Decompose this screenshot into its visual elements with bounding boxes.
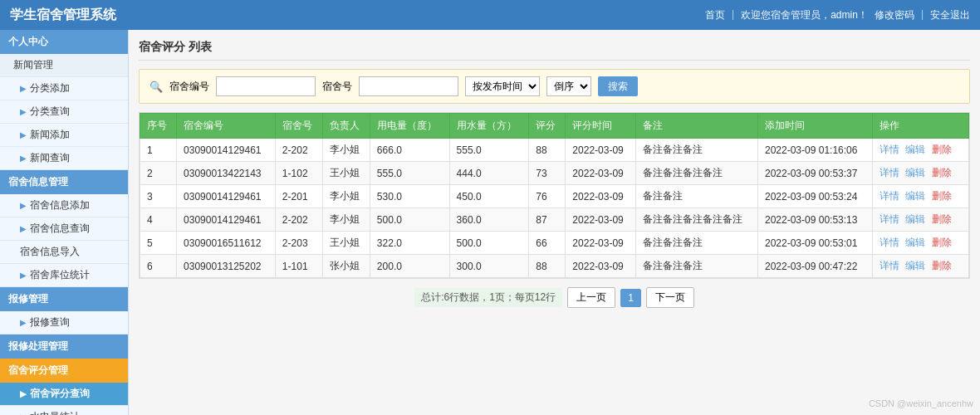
- table-row: 1 03090014129461 2-202 李小姐 666.0 555.0 8…: [140, 139, 969, 162]
- sidebar-news-mgmt[interactable]: 新闻管理: [0, 54, 128, 77]
- cell-score-time: 2022-03-09: [566, 139, 635, 162]
- sidebar-dorm-stat[interactable]: ▶ 宿舍库位统计: [0, 264, 128, 287]
- pagination-info: 总计:6行数据，1页；每页12行: [414, 288, 562, 307]
- next-page-button[interactable]: 下一页: [646, 287, 694, 308]
- edit-link[interactable]: 编辑: [905, 167, 925, 178]
- prev-page-button[interactable]: 上一页: [567, 287, 615, 308]
- order-select[interactable]: 倒序 正序: [546, 76, 591, 96]
- sidebar-news-query[interactable]: ▶ 新闻查询: [0, 147, 128, 170]
- search-bar: 🔍 宿舍编号 宿舍号 按发布时间 按评分 按用电量 倒序 正序 搜索: [139, 69, 970, 104]
- edit-link[interactable]: 编辑: [905, 190, 925, 202]
- detail-link[interactable]: 详情: [880, 167, 899, 178]
- current-page[interactable]: 1: [620, 289, 641, 307]
- sidebar-dorm-import[interactable]: 宿舍信息导入: [0, 241, 128, 264]
- sidebar-category-query[interactable]: ▶ 分类查询: [0, 100, 128, 124]
- table-row: 6 03090013125202 1-101 张小姐 200.0 300.0 8…: [140, 255, 969, 278]
- delete-link[interactable]: 删除: [932, 213, 952, 225]
- cell-id: 3: [140, 185, 177, 208]
- sidebar-repair-query[interactable]: ▶ 报修查询: [0, 311, 128, 334]
- col-score-time: 评分时间: [566, 114, 635, 139]
- edit-link[interactable]: 编辑: [905, 260, 925, 271]
- search-icon: 🔍: [149, 81, 163, 93]
- cell-dorm-code: 03090013422143: [177, 162, 276, 185]
- cell-id: 1: [140, 139, 177, 162]
- delete-link[interactable]: 删除: [932, 237, 952, 248]
- col-id: 序号: [140, 114, 177, 139]
- search-dorm-no-input[interactable]: [359, 76, 458, 96]
- edit-link[interactable]: 编辑: [905, 213, 925, 225]
- detail-link[interactable]: 详情: [880, 213, 899, 225]
- cell-ops: 详情 编辑 删除: [873, 208, 969, 232]
- cell-electric: 500.0: [370, 208, 449, 232]
- detail-link[interactable]: 详情: [880, 260, 899, 271]
- cell-dorm-no: 2-201: [275, 185, 322, 208]
- change-pwd-link[interactable]: 修改密码: [875, 8, 914, 22]
- cell-dorm-code: 03090014129461: [177, 208, 276, 232]
- cell-dorm-no: 2-203: [275, 232, 322, 255]
- cell-electric: 200.0: [370, 255, 449, 278]
- delete-link[interactable]: 删除: [932, 260, 952, 271]
- arrow-icon: ▶: [20, 154, 27, 163]
- cell-water: 500.0: [449, 232, 529, 255]
- table-row: 5 03090016511612 2-203 王小姐 322.0 500.0 6…: [140, 232, 969, 255]
- cell-add-time: 2022-03-09 00:53:24: [757, 185, 872, 208]
- cell-add-time: 2022-03-09 00:53:01: [757, 232, 872, 255]
- detail-link[interactable]: 详情: [880, 237, 899, 248]
- cell-id: 5: [140, 232, 177, 255]
- sort-select[interactable]: 按发布时间 按评分 按用电量: [465, 76, 540, 96]
- sep2: |: [921, 8, 924, 22]
- delete-link[interactable]: 删除: [932, 190, 952, 202]
- cell-water: 450.0: [449, 185, 529, 208]
- logout-link[interactable]: 安全退出: [930, 8, 970, 22]
- cell-score-time: 2022-03-09: [566, 255, 635, 278]
- cell-water: 300.0: [449, 255, 529, 278]
- search-dorm-code-input[interactable]: [216, 76, 316, 96]
- layout: 个人中心 新闻管理 ▶ 分类添加 ▶ 分类查询 ▶ 新闻添加 ▶ 新闻查询 宿舍…: [0, 30, 980, 415]
- cell-water: 555.0: [449, 139, 529, 162]
- cell-add-time: 2022-03-09 00:53:37: [757, 162, 872, 185]
- section-repair-handle: 报修处理管理: [0, 334, 128, 359]
- cell-dorm-no: 2-202: [275, 139, 322, 162]
- cell-dorm-code: 03090014129461: [177, 185, 276, 208]
- arrow-icon: ▶: [20, 389, 27, 398]
- cell-person: 李小姐: [322, 185, 370, 208]
- delete-link[interactable]: 删除: [932, 144, 952, 155]
- cell-add-time: 2022-03-09 00:47:22: [757, 255, 872, 278]
- edit-link[interactable]: 编辑: [905, 237, 925, 248]
- search-button[interactable]: 搜索: [598, 76, 638, 96]
- arrow-icon: ▶: [20, 318, 27, 327]
- table-header-row: 序号 宿舍编号 宿舍号 负责人 用电量（度） 用水量（方） 评分 评分时间 备注…: [140, 114, 969, 139]
- cell-score: 87: [529, 208, 566, 232]
- delete-link[interactable]: 删除: [932, 167, 952, 178]
- detail-link[interactable]: 详情: [880, 144, 899, 155]
- col-water: 用水量（方）: [449, 114, 529, 139]
- edit-link[interactable]: 编辑: [905, 144, 925, 155]
- cell-dorm-no: 1-101: [275, 255, 322, 278]
- cell-remark: 备注备注备注: [635, 139, 757, 162]
- cell-dorm-code: 03090014129461: [177, 139, 276, 162]
- cell-score-time: 2022-03-09: [566, 208, 635, 232]
- sidebar-dorm-query[interactable]: ▶ 宿舍信息查询: [0, 217, 128, 241]
- cell-ops: 详情 编辑 删除: [873, 185, 969, 208]
- cell-water: 360.0: [449, 208, 529, 232]
- cell-score-time: 2022-03-09: [566, 232, 635, 255]
- cell-person: 王小姐: [322, 162, 370, 185]
- sidebar-news-add[interactable]: ▶ 新闻添加: [0, 124, 128, 147]
- col-score: 评分: [529, 114, 566, 139]
- sidebar-score-query[interactable]: ▶ 宿舍评分查询: [0, 383, 128, 406]
- cell-person: 张小姐: [322, 255, 370, 278]
- detail-link[interactable]: 详情: [880, 190, 899, 202]
- col-dorm-no: 宿舍号: [275, 114, 322, 139]
- cell-electric: 530.0: [370, 185, 449, 208]
- arrow-icon: ▶: [20, 130, 27, 139]
- header-nav: 首页 | 欢迎您宿舍管理员，admin！ 修改密码 | 安全退出: [705, 8, 970, 22]
- cell-score: 73: [529, 162, 566, 185]
- cell-electric: 555.0: [370, 162, 449, 185]
- cell-ops: 详情 编辑 删除: [873, 232, 969, 255]
- sidebar-category-add[interactable]: ▶ 分类添加: [0, 77, 128, 100]
- nav-home[interactable]: 首页: [705, 8, 725, 22]
- col-add-time: 添加时间: [757, 114, 872, 139]
- sidebar: 个人中心 新闻管理 ▶ 分类添加 ▶ 分类查询 ▶ 新闻添加 ▶ 新闻查询 宿舍…: [0, 30, 129, 415]
- sidebar-util-stat[interactable]: ▶ 水电量统计: [0, 406, 128, 415]
- sidebar-dorm-add[interactable]: ▶ 宿舍信息添加: [0, 194, 128, 217]
